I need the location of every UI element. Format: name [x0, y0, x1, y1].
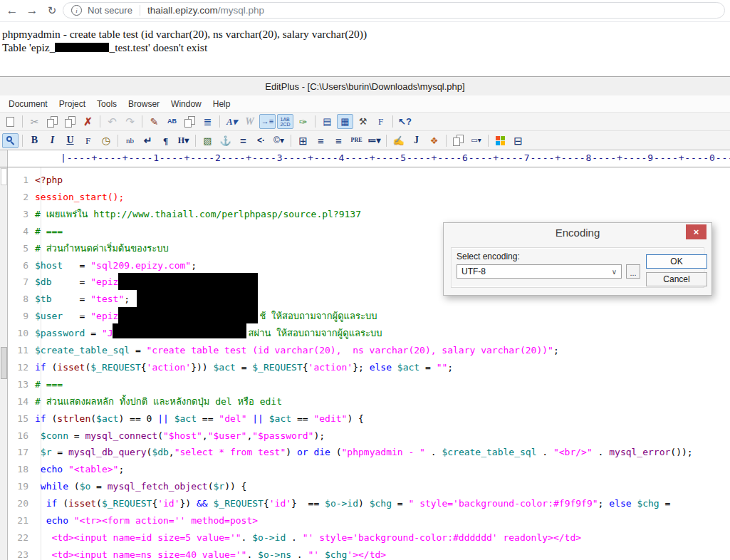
line-number: 21 [0, 512, 28, 529]
menu-item-help[interactable]: Help [207, 95, 236, 112]
code-line-6[interactable]: 6$host = "sql209.epizy.com"; [0, 257, 197, 274]
menu-item-document[interactable]: Document [3, 95, 53, 112]
redaction-box [113, 323, 246, 338]
non-breaking-space-icon[interactable]: nb [122, 133, 138, 148]
objects-icon[interactable]: ❖ [426, 133, 442, 148]
line-numbers-icon[interactable]: 1AB 2CD [277, 114, 293, 129]
list-icon[interactable]: ≔▾ [366, 133, 382, 148]
syntax-palette-icon[interactable]: ✑ [295, 114, 311, 129]
delete-icon[interactable]: ✗ [80, 114, 96, 129]
align-right-icon[interactable]: ≡ [330, 133, 347, 148]
window-title: EditPlus - [C:\Users\burin\Downloads\mys… [265, 81, 464, 92]
javascript-icon[interactable]: J [408, 133, 424, 148]
redaction-box [137, 290, 258, 307]
forward-icon[interactable]: → [23, 1, 41, 20]
tag-icon[interactable]: <· [253, 133, 269, 148]
view-in-browser-icon[interactable] [492, 133, 509, 148]
function-list-icon[interactable]: F [372, 114, 389, 129]
close-icon[interactable]: × [686, 224, 706, 239]
goto-line-icon[interactable]: ≣ [199, 114, 216, 129]
code-line-1[interactable]: 1<?php [0, 172, 63, 189]
code-line-15[interactable]: 15if (strlen($act) == 0 || $act == "del"… [0, 410, 364, 427]
line-break-icon[interactable]: ↵ [140, 133, 156, 148]
script-icon[interactable]: ✍ [390, 133, 407, 148]
heading-icon[interactable]: H▾ [175, 133, 192, 148]
context-help-icon[interactable]: ↖? [397, 114, 413, 129]
toolbar-separator [22, 135, 23, 147]
toolbar-separator [100, 115, 100, 128]
line-number: 7 [0, 274, 28, 291]
cancel-button[interactable]: Cancel [646, 272, 707, 286]
special-char-icon[interactable]: ©▾ [271, 133, 287, 148]
code-line-22[interactable]: 22 <td><input name=id size=5 value='". $… [0, 529, 581, 546]
code-line-3[interactable]: 3# เผยแพร่ใน http://www.thaiall.com/perl… [0, 206, 361, 223]
font-tag-icon[interactable]: F [80, 133, 96, 148]
browser-page: phpmyadmin - create table test (id varch… [2, 27, 367, 54]
font-icon[interactable]: A▾ [224, 114, 240, 129]
code-line-11[interactable]: 11$create_table_sql = "create table test… [0, 342, 559, 359]
code-line-16[interactable]: 16 $conn = mysql_connect("$host","$user"… [0, 427, 325, 445]
code-line-20[interactable]: 20 if (isset($_REQUEST{'id'}) && $_REQUE… [0, 495, 670, 512]
line-number: 2 [0, 189, 28, 206]
cliptext-icon[interactable]: ▦ [337, 114, 353, 129]
browser-preview-icon[interactable] [2, 133, 19, 148]
watermark-icon[interactable]: W [241, 114, 258, 129]
bold-icon[interactable]: B [26, 133, 43, 148]
code-line-23[interactable]: 23 <td><input name=ns size=40 value='". … [0, 546, 386, 560]
line-number: 15 [0, 410, 28, 427]
paste-icon[interactable] [62, 114, 78, 129]
new-document-icon[interactable] [2, 114, 19, 129]
encoding-dropdown[interactable]: UTF-8 ∨ [457, 264, 622, 279]
code-line-5[interactable]: 5# ส่วนกำหนดค่าเริ่มต้นของระบบ [0, 240, 169, 257]
align-center-icon[interactable]: ≡ [313, 133, 329, 148]
select-tag-icon[interactable]: ▭▾ [468, 133, 484, 148]
horizontal-rule-icon[interactable]: = [235, 133, 251, 148]
reload-icon[interactable]: ↻ [43, 1, 61, 20]
auto-indent-icon[interactable]: →≡ [259, 114, 276, 129]
back-icon[interactable]: ← [3, 1, 21, 20]
code-line-7[interactable]: 7$db = "epiz [0, 274, 118, 291]
page-text-line1: phpmyadmin - create table test (id varch… [2, 27, 367, 41]
menu-item-browser[interactable]: Browser [122, 95, 165, 112]
info-icon[interactable]: i [71, 5, 82, 16]
redo-icon[interactable]: ↷ [122, 114, 138, 129]
anchor-icon[interactable]: ⚓ [217, 133, 234, 148]
menu-item-tools[interactable]: Tools [91, 95, 122, 112]
ok-button[interactable]: OK [646, 254, 707, 269]
table-icon[interactable]: ⊞ [295, 133, 311, 148]
document-list-icon[interactable]: ▤ [319, 114, 335, 129]
preformatted-icon[interactable]: PRE [348, 133, 365, 148]
replace-icon[interactable]: AB [164, 114, 180, 129]
paragraph-icon[interactable]: ¶ [157, 133, 174, 148]
copy-html-icon[interactable] [450, 133, 466, 148]
code-line-4[interactable]: 4# === [0, 223, 63, 240]
italic-icon[interactable]: I [44, 133, 61, 148]
user-tools-icon[interactable]: ⚒ [355, 114, 371, 129]
find-icon[interactable]: ✎ [146, 114, 162, 129]
code-line-19[interactable]: 19 while ($o = mysql_fetch_object($r)) { [0, 478, 246, 495]
code-line-2[interactable]: 2session_start(); [0, 189, 124, 206]
browse-button[interactable]: ... [626, 264, 640, 279]
menu-item-project[interactable]: Project [53, 95, 91, 112]
menu-item-window[interactable]: Window [165, 95, 207, 112]
toolbar-separator [315, 115, 316, 128]
code-line-12[interactable]: 12if (isset($_REQUEST{'action'})) $act =… [0, 359, 453, 376]
split-window-icon[interactable]: ⊟ [510, 133, 526, 148]
undo-icon[interactable]: ↶ [104, 114, 120, 129]
image-icon[interactable]: ▧ [199, 133, 216, 148]
line-number: 16 [0, 427, 28, 445]
code-line-13[interactable]: 13# === [0, 376, 63, 393]
timestamp-icon[interactable]: ◷ [98, 133, 114, 148]
cut-icon[interactable]: ✂ [26, 114, 43, 129]
line-number: 8 [0, 291, 28, 308]
code-line-17[interactable]: 17 $r = mysql_db_query($db,"select * fro… [0, 444, 693, 461]
copy-icon[interactable] [44, 114, 61, 129]
code-line-8[interactable]: 8$tb = "test"; [0, 291, 130, 308]
code-line-21[interactable]: 21 echo "<tr><form action='' method=post… [0, 512, 258, 529]
address-bar[interactable]: i Not secure thaiall.epizy.com/mysql.php [63, 2, 725, 19]
code-line-18[interactable]: 18 echo "<table>"; [0, 461, 124, 478]
underline-icon[interactable]: U [62, 133, 78, 148]
copy-list-icon[interactable] [182, 114, 198, 129]
code-line-14[interactable]: 14# ส่วนแสดงผลหลัก ทั้งปกติ และหลังกดปุ่… [0, 393, 282, 410]
toolbar-separator [392, 115, 393, 128]
